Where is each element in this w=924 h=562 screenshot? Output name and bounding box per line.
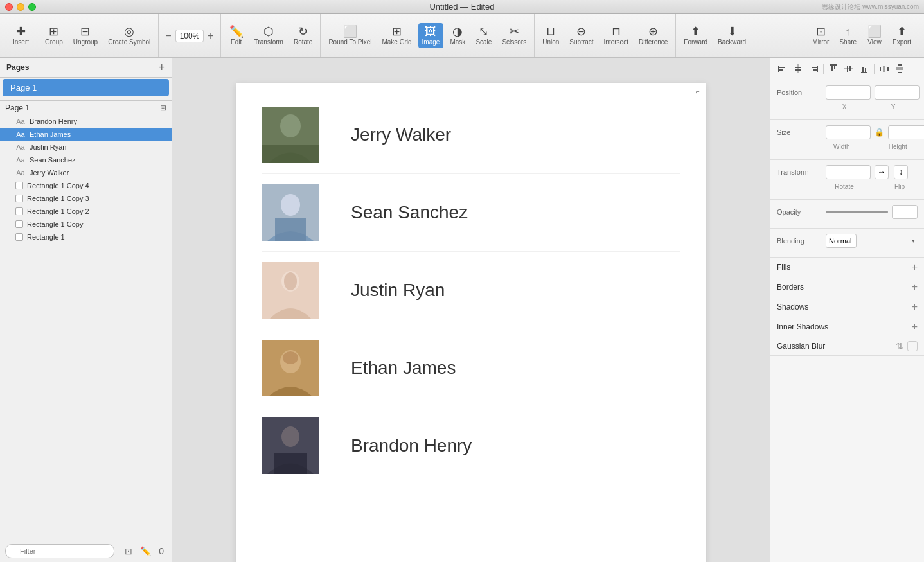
fills-section-header[interactable]: Fills + <box>770 258 924 277</box>
layer-item-justin-ryan[interactable]: Aa Justin Ryan <box>0 141 172 154</box>
layers-collapse-button[interactable]: ⊟ <box>160 103 166 112</box>
shadows-section-header[interactable]: Shadows + <box>770 297 924 317</box>
shadows-add-button[interactable]: + <box>912 301 918 313</box>
layer-item-brandon-henry[interactable]: Aa Brandon Henry <box>0 115 172 128</box>
round-to-pixel-button[interactable]: ⬜ Round To Pixel <box>324 23 375 48</box>
intersect-button[interactable]: ⊓ Intersect <box>600 23 632 48</box>
layer-checkbox[interactable] <box>15 207 23 215</box>
inner-shadows-section-header[interactable]: Inner Shadows + <box>770 317 924 337</box>
align-center-h-button[interactable] <box>791 62 805 76</box>
forward-button[interactable]: ⬆ Forward <box>680 23 711 48</box>
canvas-area[interactable]: ⌐ Jerry Walker <box>172 58 770 562</box>
page-item-1[interactable]: Page 1 <box>3 79 169 96</box>
sidebar-action-2[interactable]: ✏️ <box>138 545 154 558</box>
layer-label: Rectangle 1 Copy 4 <box>27 182 89 189</box>
rotate-input[interactable] <box>826 165 871 179</box>
layer-item-rect-1[interactable]: Rectangle 1 <box>0 231 172 243</box>
width-input[interactable] <box>826 125 871 139</box>
image-button[interactable]: 🖼 Image <box>418 23 444 48</box>
maximize-button[interactable] <box>28 3 36 11</box>
insert-button[interactable]: ✚ Insert <box>9 23 33 48</box>
gaussian-enable-checkbox[interactable] <box>907 341 918 351</box>
scissors-button[interactable]: ✂ Scissors <box>498 23 530 48</box>
flip-v-button[interactable]: ↕ <box>894 165 908 179</box>
layer-checkbox[interactable] <box>15 220 23 228</box>
borders-add-button[interactable]: + <box>912 281 918 293</box>
view-button[interactable]: ⬜ View <box>863 23 886 48</box>
export-button[interactable]: ⬆ Export <box>889 23 915 48</box>
create-symbol-button[interactable]: ◎ Create Symbol <box>104 23 154 48</box>
group-button[interactable]: ⊞ Group <box>41 23 67 48</box>
layer-checkbox[interactable] <box>15 233 23 241</box>
gaussian-toggle[interactable]: ⇅ <box>896 341 903 351</box>
export-icon: ⬆ <box>897 26 907 37</box>
opacity-row: Opacity <box>777 205 918 219</box>
person-name-brandon: Brandon Henry <box>351 435 472 456</box>
align-right-button[interactable] <box>806 62 821 76</box>
canvas-item-ethan: Ethan James <box>262 329 680 407</box>
zoom-out-button[interactable]: − <box>163 29 173 43</box>
scale-button[interactable]: ⤡ Scale <box>472 23 495 48</box>
blending-row: Blending Normal Multiply Screen Overlay … <box>777 234 918 248</box>
align-bottom-button[interactable] <box>857 62 871 76</box>
transform-button[interactable]: ⬡ Transform <box>251 23 287 48</box>
inner-shadows-add-button[interactable]: + <box>912 321 918 333</box>
opacity-slider[interactable] <box>826 211 888 213</box>
filter-input[interactable] <box>5 544 114 558</box>
traffic-lights <box>5 3 36 11</box>
size-row: Size 🔒 <box>777 125 918 139</box>
share-button[interactable]: ↑ Share <box>835 23 860 48</box>
align-left-button[interactable] <box>776 62 790 76</box>
position-x-input[interactable] <box>826 85 871 100</box>
edit-button[interactable]: ✏️ Edit <box>225 23 248 48</box>
align-top-button[interactable] <box>826 62 840 76</box>
flip-h-button[interactable]: ↔ <box>875 165 889 179</box>
layer-item-sean-sanchez[interactable]: Aa Sean Sanchez <box>0 154 172 166</box>
position-y-input[interactable] <box>875 85 920 100</box>
layer-item-rect-copy-3[interactable]: Rectangle 1 Copy 3 <box>0 192 172 205</box>
fills-add-button[interactable]: + <box>912 261 918 273</box>
opacity-input[interactable] <box>892 205 918 219</box>
blend-select-wrap: Normal Multiply Screen Overlay Darken Li… <box>826 234 918 248</box>
opacity-section: Opacity <box>770 200 924 229</box>
layer-item-jerry-walker[interactable]: Aa Jerry Walker <box>0 166 172 179</box>
distribute-v-button[interactable] <box>893 62 907 76</box>
layer-item-ethan-james[interactable]: Aa Ethan James <box>0 128 172 141</box>
rotate-icon: ↻ <box>298 26 308 37</box>
rotate-button[interactable]: ↻ Rotate <box>290 23 316 48</box>
subtract-button[interactable]: ⊖ Subtract <box>565 23 597 48</box>
layer-item-rect-copy-4[interactable]: Rectangle 1 Copy 4 <box>0 179 172 192</box>
mirror-button[interactable]: ⊡ Mirror <box>808 23 833 48</box>
layer-checkbox[interactable] <box>15 195 23 202</box>
close-button[interactable] <box>5 3 13 11</box>
distribute-h-button[interactable] <box>877 62 891 76</box>
shadows-label: Shadows <box>777 303 909 312</box>
lock-icon[interactable]: 🔒 <box>875 128 884 137</box>
text-layer-icon: Aa <box>15 130 26 138</box>
sidebar-action-1[interactable]: ⊡ <box>122 545 135 558</box>
layer-label: Rectangle 1 Copy <box>27 220 83 228</box>
ungroup-button[interactable]: ⊟ Ungroup <box>69 23 102 48</box>
avatar-justin <box>262 262 319 319</box>
layer-item-rect-copy-2[interactable]: Rectangle 1 Copy 2 <box>0 205 172 218</box>
zoom-in-button[interactable]: + <box>205 29 216 43</box>
pages-add-button[interactable]: + <box>158 62 165 73</box>
layer-item-rect-copy[interactable]: Rectangle 1 Copy <box>0 218 172 231</box>
canvas-item-jerry: Jerry Walker <box>262 96 680 174</box>
transform-icon: ⬡ <box>263 26 274 37</box>
make-grid-button[interactable]: ⊞ Make Grid <box>378 23 415 48</box>
layer-checkbox[interactable] <box>15 182 23 189</box>
mask-button[interactable]: ◑ Mask <box>446 23 469 48</box>
layer-label: Ethan James <box>30 130 71 138</box>
layers-panel: Page 1 ⊟ Aa Brandon Henry Aa Ethan James… <box>0 100 172 540</box>
align-middle-v-button[interactable] <box>842 62 856 76</box>
toolbar-group-insert: ✚ Insert <box>5 14 37 57</box>
zoom-value[interactable]: 100% <box>175 30 204 42</box>
height-input[interactable] <box>888 125 924 139</box>
blending-select[interactable]: Normal Multiply Screen Overlay Darken Li… <box>826 234 857 248</box>
backward-button[interactable]: ⬇ Backward <box>714 23 750 48</box>
difference-button[interactable]: ⊕ Difference <box>635 23 671 48</box>
borders-section-header[interactable]: Borders + <box>770 277 924 297</box>
minimize-button[interactable] <box>17 3 24 11</box>
union-button[interactable]: ⊔ Union <box>538 23 563 48</box>
